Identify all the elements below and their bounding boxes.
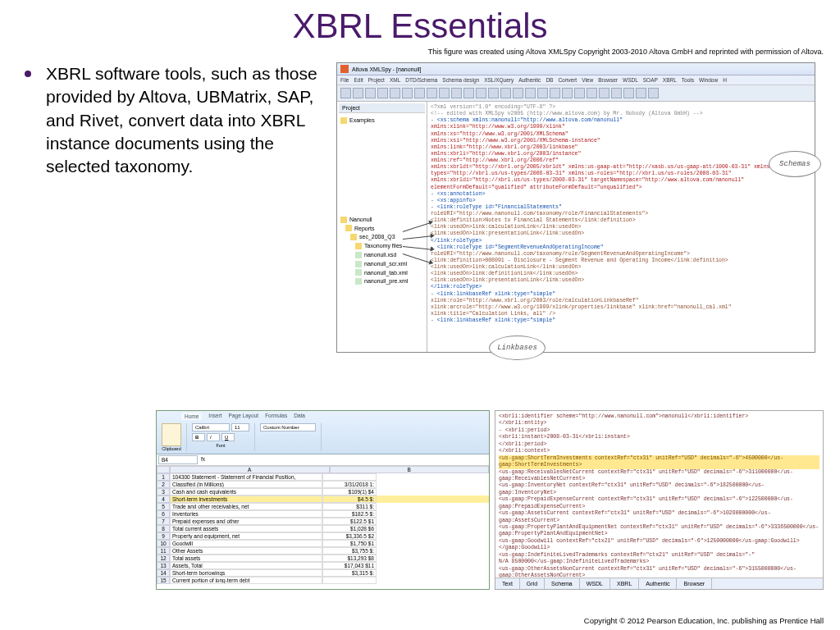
row-number[interactable]: 15 [157,577,170,584]
xml-editor[interactable]: Schemas Linkbases <?xml version="1.0" en… [427,102,815,352]
cell[interactable]: 3/31/2018 1: [322,481,377,488]
tree-item[interactable]: Nanonull [340,216,423,224]
row-number[interactable]: 2 [157,481,170,488]
ribbon-tab-pagelayout[interactable]: Page Layout [229,413,259,420]
cell[interactable]: Assets, Total [170,562,322,569]
cell[interactable]: Trade and other receivables, net [170,503,322,510]
table-row[interactable]: 11Other Assets$3,755 $: [157,547,489,555]
cell[interactable]: Current portion of long-term debt [170,577,322,584]
view-tab-grid[interactable]: Grid [520,578,545,589]
table-row[interactable]: 6Inventories$182.5 $: [157,510,489,518]
cell[interactable]: Short-term borrowings [170,569,322,577]
row-number[interactable]: 4 [157,495,170,503]
cell[interactable]: $1,750 $1 [322,540,377,547]
cell[interactable]: $3,755 $: [322,547,377,555]
toolbar-icon[interactable] [451,88,462,98]
cell[interactable]: $3,315 $: [322,569,377,577]
menu-window[interactable]: Window [699,77,718,83]
project-tree[interactable]: Examples NanonullReportssec_2008_Q3Taxon… [339,113,425,290]
cell[interactable]: Prepaid expenses and other [170,518,322,525]
row-number[interactable]: 1 [157,473,170,481]
toolbar-icon[interactable] [537,88,548,98]
menu-schemadesign[interactable]: Schema design [442,77,479,83]
row-number[interactable]: 6 [157,510,170,518]
tree-item[interactable]: nanonull_scr.xml [340,260,423,268]
view-tab-xbrl[interactable]: XBRL [610,578,639,589]
table-row[interactable]: 2Classified (in Millions)3/31/2018 1: [157,481,489,488]
tree-item[interactable]: nanonull_pre.xml [340,277,423,285]
font-group[interactable]: Calibri 11 B I U Font [192,423,255,451]
col-header-b[interactable]: B [330,466,490,473]
cell[interactable]: Inventories [170,510,322,518]
font-selector[interactable]: Calibri [192,423,230,431]
toolbar-icon[interactable] [365,88,376,98]
table-row[interactable]: 10Goodwill$1,750 $1 [157,540,489,547]
view-tab-browser[interactable]: Browser [677,578,712,589]
menu-xslxquery[interactable]: XSL/XQuery [484,77,514,83]
table-row[interactable]: 15Current portion of long-term debt [157,577,489,584]
row-number[interactable]: 14 [157,569,170,577]
menu-convert[interactable]: Convert [558,77,577,83]
toolbar-icon[interactable] [488,88,499,98]
view-tab-authentic[interactable]: Authentic [639,578,677,589]
italic-button[interactable]: I [207,433,220,441]
toolbar-icon[interactable] [353,88,363,98]
toolbar-icon[interactable] [414,88,425,98]
row-number[interactable]: 5 [157,503,170,510]
cell[interactable]: $182.5 $: [322,510,377,518]
menu-tools[interactable]: Tools [682,77,694,83]
cell[interactable]: Classified (in Millions) [170,481,322,488]
ribbon-tab-data[interactable]: Data [294,413,305,420]
toolbar-icon[interactable] [550,88,560,98]
row-number[interactable]: 3 [157,488,170,495]
row-number[interactable]: 12 [157,555,170,562]
ribbon-tab-home[interactable]: Home [181,413,202,420]
cell-reference[interactable]: B4 [158,455,198,464]
toolbar-icon[interactable] [340,88,351,98]
tree-item[interactable]: nanonull_tab.xml [340,269,423,277]
row-number[interactable]: 11 [157,547,170,555]
cell[interactable]: Cash and cash equivalents [170,488,322,495]
toolbar-icon[interactable] [427,88,437,98]
menu-project[interactable]: Project [368,77,385,83]
toolbar-icon[interactable] [463,88,474,98]
toolbar-icon[interactable] [513,88,523,98]
view-tab-wsdl[interactable]: WSDL [580,578,610,589]
cell[interactable]: $4.5 $: [322,495,377,503]
row-number[interactable]: 9 [157,532,170,540]
toolbar-icon[interactable] [402,88,413,98]
instance-doc-panel[interactable]: <xbrli:identifier scheme="http://www.nan… [495,410,824,590]
ribbon-tab-formulas[interactable]: Formulas [265,413,287,420]
toolbar-icon[interactable] [611,88,622,98]
toolbar[interactable] [337,85,815,102]
select-all[interactable] [157,466,170,473]
table-row[interactable]: 7Prepaid expenses and other$122.5 $1 [157,518,489,525]
toolbar-icon[interactable] [623,88,634,98]
cell[interactable]: $17,043 $11 [322,562,377,569]
table-row[interactable]: 13Assets, Total$17,043 $11 [157,562,489,569]
toolbar-icon[interactable] [525,88,536,98]
menu-wsdl[interactable]: WSDL [623,77,638,83]
formula-bar[interactable]: B4 fx [157,454,489,466]
view-tab-text[interactable]: Text [495,578,520,589]
row-number[interactable]: 10 [157,540,170,547]
menu-authentic[interactable]: Authentic [518,77,541,83]
toolbar-icon[interactable] [500,88,511,98]
cell[interactable]: Short-term investments [170,495,322,503]
underline-button[interactable]: U [221,433,235,441]
menu-view[interactable]: View [582,77,593,83]
cell[interactable]: Total current assets [170,525,322,532]
toolbar-icon[interactable] [574,88,585,98]
table-row[interactable]: 3Cash and cash equivalents$109(1) $4 [157,488,489,495]
toolbar-icon[interactable] [587,88,597,98]
ribbon-tab-insert[interactable]: Insert [208,413,221,420]
toolbar-icon[interactable] [439,88,450,98]
table-row[interactable]: 4Short-term investments$4.5 $: [157,495,489,503]
table-row[interactable]: 12Total assets$13,293 $8 [157,555,489,562]
menu-dtdschema[interactable]: DTD/Schema [405,77,437,83]
tree-root[interactable]: Examples [349,116,375,125]
cell[interactable]: $3,336.5 $2 [322,532,377,540]
clipboard-group[interactable]: Clipboard [162,423,187,451]
table-row[interactable]: 9Property and equipment, net$3,336.5 $2 [157,532,489,540]
cell[interactable]: $13,293 $8 [322,555,377,562]
